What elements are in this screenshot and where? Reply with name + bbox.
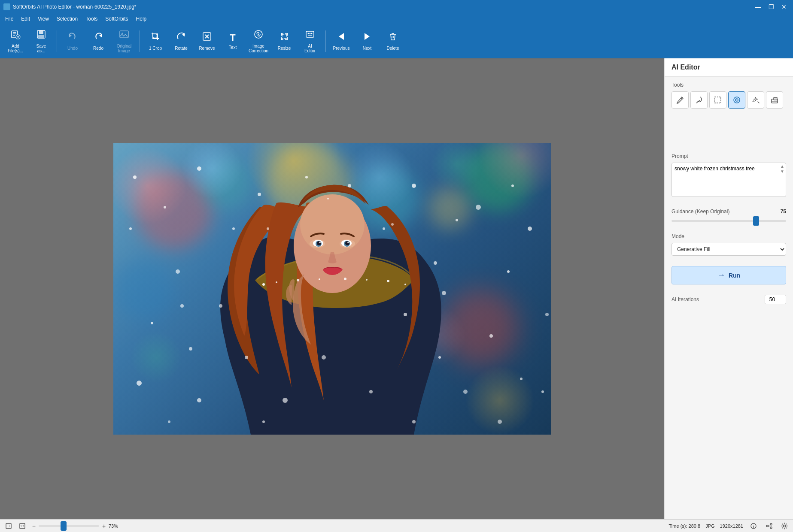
- delete-label: Delete: [387, 46, 399, 51]
- zoom-control: − + 73%: [31, 522, 118, 530]
- svg-point-53: [434, 261, 437, 265]
- svg-point-37: [317, 241, 321, 245]
- minimize-button[interactable]: —: [753, 1, 764, 12]
- tools-label: Tools: [671, 82, 786, 88]
- window-title: SoftOrbits AI Photo Editor - woman-60022…: [13, 4, 137, 10]
- svg-point-83: [319, 278, 320, 280]
- svg-point-46: [176, 269, 180, 274]
- tools-row: [671, 91, 786, 109]
- zoom-out-button[interactable]: −: [31, 522, 37, 530]
- actual-size-button[interactable]: 1:1: [17, 521, 27, 531]
- prompt-scroll-down[interactable]: ▼: [780, 169, 784, 174]
- undo-icon: [67, 31, 78, 44]
- svg-point-56: [528, 227, 532, 231]
- resize-icon: [279, 31, 289, 44]
- zoom-fit-button[interactable]: [3, 521, 14, 531]
- save-as-button[interactable]: Save as...: [29, 26, 53, 56]
- previous-icon: [336, 31, 346, 44]
- close-button[interactable]: ✕: [778, 1, 790, 12]
- redo-label: Redo: [93, 46, 103, 51]
- svg-point-48: [189, 347, 192, 351]
- app-icon: [3, 3, 10, 10]
- svg-point-65: [283, 398, 288, 403]
- zoom-value: 73%: [109, 523, 118, 529]
- eraser-tool-button[interactable]: [766, 91, 783, 109]
- redo-button[interactable]: Redo: [86, 26, 110, 56]
- svg-point-82: [297, 279, 299, 281]
- run-section: → Run: [665, 261, 793, 290]
- add-files-icon: [10, 29, 21, 42]
- ai-editor-icon: [305, 29, 315, 42]
- svg-point-27: [131, 332, 182, 383]
- rotate-icon: [176, 31, 186, 44]
- toolbar-sep-3: [325, 30, 326, 52]
- menu-file[interactable]: File: [2, 15, 17, 23]
- svg-marker-19: [365, 33, 370, 40]
- zoom-in-button[interactable]: +: [101, 522, 107, 530]
- photo-canvas[interactable]: [113, 143, 551, 435]
- remove-button[interactable]: Remove: [195, 26, 219, 56]
- save-icon: [36, 29, 46, 42]
- menu-softorbits[interactable]: SoftOrbits: [102, 15, 131, 23]
- pencil-tool-button[interactable]: [671, 91, 689, 109]
- add-files-button[interactable]: Add File(s)...: [3, 26, 27, 56]
- rect-select-tool-button[interactable]: [709, 91, 726, 109]
- save-as-label: Save as...: [36, 44, 46, 53]
- svg-point-79: [511, 184, 514, 187]
- zoom-slider[interactable]: [39, 525, 99, 527]
- menu-view[interactable]: View: [34, 15, 52, 23]
- image-correction-label: Image Correction: [249, 44, 268, 53]
- toolbar-sep-1: [57, 30, 57, 52]
- iterations-row: AI Iterations: [671, 295, 786, 304]
- svg-point-94: [736, 100, 737, 100]
- ai-editor-button[interactable]: AI Editor: [298, 26, 322, 56]
- rotate-button[interactable]: Rotate: [169, 26, 193, 56]
- crop-button[interactable]: 1 Crop: [143, 26, 167, 56]
- guidance-slider[interactable]: [671, 220, 786, 222]
- undo-button[interactable]: Undo: [61, 26, 85, 56]
- share-button[interactable]: [764, 521, 774, 531]
- svg-text:i: i: [753, 524, 754, 529]
- menu-help[interactable]: Help: [133, 15, 150, 23]
- svg-point-104: [770, 527, 772, 529]
- resize-button[interactable]: Resize: [272, 26, 296, 56]
- magic-wand-tool-button[interactable]: [747, 91, 764, 109]
- svg-point-16: [310, 33, 311, 34]
- menu-edit[interactable]: Edit: [18, 15, 33, 23]
- svg-point-89: [327, 198, 329, 200]
- menu-tools[interactable]: Tools: [82, 15, 101, 23]
- maximize-button[interactable]: ❐: [766, 1, 777, 12]
- lasso-tool-button[interactable]: [728, 91, 745, 109]
- original-image-button[interactable]: Original Image: [112, 26, 136, 56]
- svg-point-77: [442, 291, 446, 295]
- previous-label: Previous: [333, 46, 350, 51]
- svg-point-42: [164, 206, 166, 209]
- mode-select[interactable]: Generative Fill Inpainting Outpainting: [671, 243, 786, 256]
- svg-rect-7: [120, 31, 128, 38]
- svg-point-73: [322, 355, 326, 360]
- canvas-wrapper[interactable]: [0, 58, 664, 519]
- settings-button[interactable]: [779, 521, 790, 531]
- canvas-area: [0, 58, 664, 519]
- format-label: JPG: [705, 523, 714, 529]
- run-button[interactable]: → Run: [671, 266, 786, 284]
- svg-point-60: [404, 313, 407, 316]
- svg-point-69: [498, 420, 502, 424]
- svg-point-24: [431, 143, 483, 190]
- brush-tool-button[interactable]: [690, 91, 708, 109]
- prompt-textarea[interactable]: snowy white frozen christmass tree: [671, 163, 786, 197]
- text-button[interactable]: T Text: [221, 26, 245, 56]
- next-button[interactable]: Next: [355, 26, 379, 56]
- svg-point-88: [267, 227, 269, 230]
- delete-button[interactable]: Delete: [381, 26, 405, 56]
- iterations-input[interactable]: [765, 295, 786, 304]
- prompt-section: Prompt snowy white frozen christmass tre…: [665, 148, 793, 203]
- previous-button[interactable]: Previous: [329, 26, 353, 56]
- svg-rect-13: [282, 34, 286, 39]
- info-button[interactable]: i: [748, 521, 759, 531]
- svg-point-30: [300, 194, 365, 254]
- tool-preview-spacer: [665, 114, 793, 148]
- prompt-scroll-up[interactable]: ▲: [780, 164, 784, 169]
- image-correction-button[interactable]: Image Correction: [246, 26, 270, 56]
- menu-selection[interactable]: Selection: [53, 15, 81, 23]
